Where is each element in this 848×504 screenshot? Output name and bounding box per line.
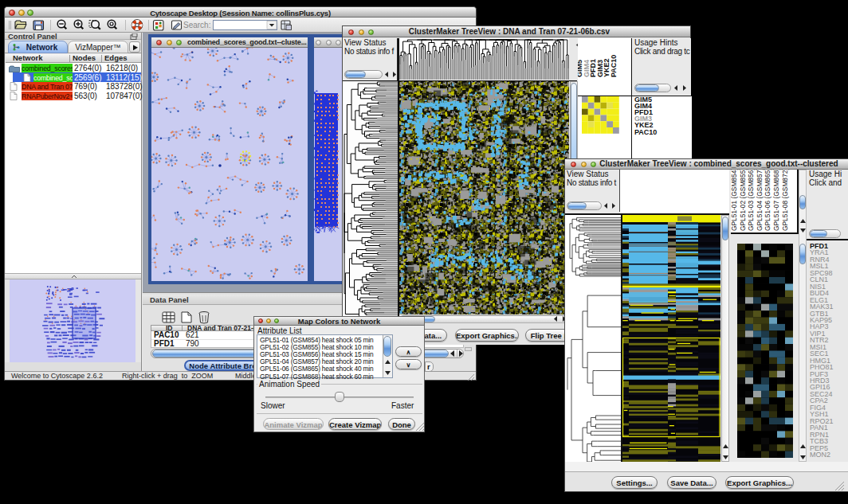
svg-text:GPL51-01 (GSM854): GPL51-01 (GSM854): [731, 170, 738, 231]
svg-text:GPL51-07 (GSM868): GPL51-07 (GSM868): [772, 170, 780, 231]
svg-text:PAC10: PAC10: [610, 55, 618, 77]
svg-text:GPL51-03 (GSM856): GPL51-03 (GSM856): [747, 170, 755, 231]
svg-text:GPL51-02 (GSM855): GPL51-02 (GSM855): [739, 170, 747, 231]
svg-text:Search:: Search:: [183, 21, 210, 29]
svg-text:GPL51-04 (GSM857): GPL51-04 (GSM857): [756, 170, 764, 231]
svg-text:MON2: MON2: [810, 451, 830, 459]
svg-text:GPL51-06 (GSM865): GPL51-06 (GSM865): [764, 170, 771, 231]
svg-text:GPL51-08 (GSM872): GPL51-08 (GSM872): [781, 170, 789, 231]
